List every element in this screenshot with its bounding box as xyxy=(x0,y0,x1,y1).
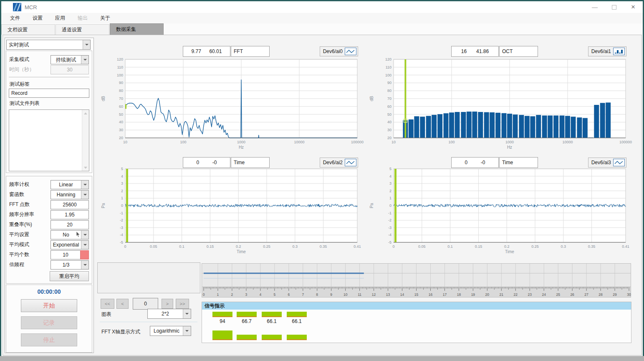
chevron-down-icon[interactable] xyxy=(81,56,88,64)
time-plot[interactable]: -5-4-3-2-101234500.050.10.150.20.250.30.… xyxy=(99,168,364,256)
chart-type-box[interactable]: FFT xyxy=(231,46,270,57)
record-timeline-plot[interactable]: 0123456789101112131415161718192021222324… xyxy=(202,263,631,297)
svg-text:0.2: 0.2 xyxy=(504,244,510,249)
channel-selector[interactable]: Dev6/ai3 xyxy=(588,158,626,168)
param-value-3: 1.95 xyxy=(51,210,89,219)
run-control-group: 00:00:00 开始 记录 停止 xyxy=(6,285,92,353)
record-timeline-panel[interactable]: 0123456789101112131415161718192021222324… xyxy=(202,263,631,297)
param-row-4: 重叠率(%)20 xyxy=(6,219,92,229)
menu-about[interactable]: 关于 xyxy=(94,15,116,22)
svg-text:40: 40 xyxy=(119,120,123,124)
test-file-list[interactable] xyxy=(9,109,89,171)
param-select-6[interactable]: Exponential xyxy=(51,240,89,249)
tab-doc-settings[interactable]: 文档设置 xyxy=(1,24,55,35)
signal-value-0: 94 xyxy=(212,318,232,324)
test-tag-input[interactable]: Record xyxy=(9,89,89,98)
chart-layout-select[interactable]: 2*2 xyxy=(147,309,191,319)
nav-index-input[interactable]: 0 xyxy=(133,298,158,310)
param-input-3[interactable]: 1.95 xyxy=(51,210,89,219)
nav-prev-button[interactable]: < xyxy=(116,299,129,309)
chevron-down-icon[interactable] xyxy=(183,309,191,318)
channel-selector[interactable]: Dev6/ai0 xyxy=(320,46,358,56)
chevron-down-icon[interactable] xyxy=(81,241,88,249)
param-label-4: 重叠率(%) xyxy=(9,221,50,228)
param-row-2: FFT 点数25600 xyxy=(6,199,92,209)
menu-bar: 文件设置应用输出关于 xyxy=(1,13,643,24)
channel-selector[interactable]: Dev6/ai2 xyxy=(320,158,358,168)
svg-text:20: 20 xyxy=(387,136,391,140)
fft-xaxis-select[interactable]: Logarithmic xyxy=(150,326,191,336)
signal-levels: 9466.766.166.1 xyxy=(202,310,631,343)
svg-text:21: 21 xyxy=(500,292,504,297)
param-select-1[interactable]: Hanning xyxy=(51,190,89,198)
chevron-down-icon[interactable] xyxy=(81,231,88,239)
chevron-down-icon[interactable] xyxy=(83,40,90,49)
param-label-1: 窗函数 xyxy=(9,191,50,198)
svg-text:0.3: 0.3 xyxy=(561,244,566,249)
svg-text:30: 30 xyxy=(387,128,391,132)
nav-next-button[interactable]: > xyxy=(162,299,173,309)
channel-selector[interactable]: Dev6/ai1 xyxy=(588,46,626,56)
maximize-button[interactable] xyxy=(604,1,624,13)
svg-text:110: 110 xyxy=(117,65,123,69)
svg-text:110: 110 xyxy=(386,65,391,69)
svg-text:23: 23 xyxy=(528,292,532,297)
scroll-down-icon[interactable] xyxy=(82,164,89,171)
svg-text:0: 0 xyxy=(124,244,126,249)
chart-type-box[interactable]: OCT xyxy=(499,46,538,57)
svg-text:100: 100 xyxy=(448,140,455,144)
close-button[interactable]: × xyxy=(624,1,643,13)
restart-average-button[interactable]: 重启平均 xyxy=(50,271,89,281)
svg-text:1: 1 xyxy=(121,196,123,200)
title-bar: MCR — × xyxy=(1,1,643,13)
tab-channel-settings[interactable]: 通道设置 xyxy=(56,24,109,35)
app-logo-icon xyxy=(13,3,21,11)
start-button[interactable]: 开始 xyxy=(21,299,77,312)
svg-text:0.2: 0.2 xyxy=(236,244,241,249)
svg-text:10: 10 xyxy=(343,292,348,297)
scroll-up-icon[interactable] xyxy=(82,110,89,117)
param-input-2[interactable]: 25600 xyxy=(51,200,89,208)
svg-text:dB: dB xyxy=(369,96,374,102)
alert-indicator xyxy=(80,250,89,259)
oct-plot[interactable]: 2030405060708090100110120101001000100001… xyxy=(367,57,632,155)
menu-application[interactable]: 应用 xyxy=(49,15,71,22)
tab-data-acquisition[interactable]: 数据采集 xyxy=(110,23,164,35)
minimize-button[interactable]: — xyxy=(585,1,604,13)
fft-plot[interactable]: 2030405060708090100110120101001000100001… xyxy=(99,57,364,155)
svg-text:1000: 1000 xyxy=(505,140,514,144)
menu-settings[interactable]: 设置 xyxy=(26,15,49,22)
param-select-5[interactable]: No xyxy=(51,230,89,239)
menu-file[interactable]: 文件 xyxy=(4,15,26,22)
svg-text:-1: -1 xyxy=(120,211,123,215)
cursor-x-value: 0 xyxy=(465,160,468,165)
scrollbar[interactable] xyxy=(82,110,89,171)
svg-text:1: 1 xyxy=(389,196,391,200)
nav-last-button[interactable]: >> xyxy=(176,299,189,309)
chevron-down-icon[interactable] xyxy=(81,180,88,189)
svg-text:2: 2 xyxy=(231,292,233,297)
chevron-down-icon[interactable] xyxy=(183,326,191,336)
param-input-4[interactable]: 20 xyxy=(51,220,89,229)
param-select-0[interactable]: Linear xyxy=(51,180,89,188)
cursor-x-value: 16 xyxy=(461,48,467,54)
chevron-down-icon[interactable] xyxy=(81,261,88,269)
param-input-7[interactable]: 10 xyxy=(51,250,89,259)
channel-label: Dev6/ai0 xyxy=(323,48,343,54)
chevron-down-icon[interactable] xyxy=(81,191,88,199)
divider xyxy=(100,322,197,322)
stop-button[interactable]: 停止 xyxy=(21,333,77,346)
maximize-icon xyxy=(612,5,616,10)
test-mode-select[interactable]: 实时测试 xyxy=(6,40,91,49)
acq-mode-select[interactable]: 持续测试 xyxy=(51,55,89,64)
chart-type-box[interactable]: Time xyxy=(499,157,538,168)
param-select-8[interactable]: 1/3 xyxy=(51,260,89,269)
signal-bar-bottom-2 xyxy=(262,335,282,340)
nav-first-button[interactable]: << xyxy=(101,299,114,309)
record-button[interactable]: 记录 xyxy=(21,316,77,329)
time-plot[interactable]: -5-4-3-2-101234500.050.10.150.20.250.30.… xyxy=(367,168,632,256)
chart-type-box[interactable]: Time xyxy=(231,157,270,168)
cursor-y-value: -0 xyxy=(481,160,485,165)
svg-text:0.25: 0.25 xyxy=(531,244,539,249)
param-value-7: 10 xyxy=(51,250,81,259)
